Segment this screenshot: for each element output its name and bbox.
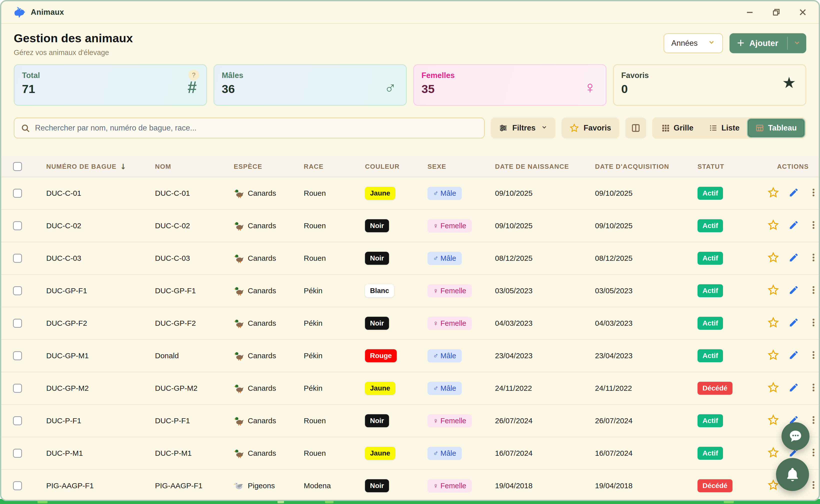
stat-value: 35 xyxy=(421,82,598,96)
column-header-birth[interactable]: Date de naissance xyxy=(483,163,583,171)
species-label: Canards xyxy=(248,221,276,230)
maximize-icon[interactable] xyxy=(771,7,781,17)
kebab-menu-icon xyxy=(809,480,819,490)
star-outline-icon xyxy=(767,447,779,458)
row-menu-button[interactable] xyxy=(809,285,819,297)
chat-fab[interactable] xyxy=(781,422,809,450)
table-row[interactable]: DUC-C-01 DUC-C-01 Canards Rouen Jaune ♂ … xyxy=(1,177,819,210)
row-checkbox[interactable] xyxy=(13,254,22,263)
favorite-star-button[interactable] xyxy=(767,382,779,395)
table-row[interactable]: DUC-GP-M2 DUC-GP-M2 Canards Pékin Jaune … xyxy=(1,372,819,405)
select-all-checkbox[interactable] xyxy=(13,162,22,171)
row-checkbox[interactable] xyxy=(13,481,22,490)
edit-button[interactable] xyxy=(789,382,799,395)
table-row[interactable]: DUC-GP-F1 DUC-GP-F1 Canards Pékin Blanc … xyxy=(1,275,819,307)
row-checkbox[interactable] xyxy=(13,319,22,328)
filters-button[interactable]: Filtres xyxy=(491,117,555,139)
table-row[interactable]: DUC-GP-F2 DUC-GP-F2 Canards Pékin Noir ♀… xyxy=(1,307,819,340)
columns-layout-button[interactable] xyxy=(625,117,646,139)
grid-icon xyxy=(661,124,670,132)
kebab-menu-icon xyxy=(809,383,819,393)
add-button[interactable]: + Ajouter xyxy=(729,33,806,53)
column-header-name[interactable]: Nom xyxy=(143,163,221,171)
minimize-icon[interactable] xyxy=(745,7,755,17)
row-checkbox[interactable] xyxy=(13,351,22,360)
animal-name: DUC-GP-F1 xyxy=(143,287,221,295)
year-filter-select[interactable]: Années xyxy=(663,33,723,53)
species-icon-slot xyxy=(234,383,244,393)
favorite-star-button[interactable] xyxy=(767,349,779,363)
race-label: Rouen xyxy=(291,254,353,263)
table-row[interactable]: DUC-P-M1 DUC-P-M1 Canards Rouen Jaune ♂ … xyxy=(1,437,819,470)
favorite-star-button[interactable] xyxy=(767,447,779,460)
search-input[interactable] xyxy=(14,117,485,139)
column-header-acquisition[interactable]: Date d'acquisition xyxy=(583,163,685,171)
row-menu-button[interactable] xyxy=(809,253,819,264)
edit-button[interactable] xyxy=(789,187,799,199)
species-label: Canards xyxy=(248,351,276,360)
edit-button[interactable] xyxy=(789,252,799,265)
ring-number: DUC-GP-M1 xyxy=(34,351,143,360)
status-chip: Actif xyxy=(697,219,723,232)
page-subtitle: Gérez vos animaux d'élevage xyxy=(14,49,133,57)
stat-label: Femelles xyxy=(421,71,598,80)
view-grid-button[interactable]: Grille xyxy=(654,119,701,137)
column-header-ring[interactable]: Numéro de bague ↓ xyxy=(34,162,143,171)
pencil-icon xyxy=(789,220,799,230)
row-checkbox[interactable] xyxy=(13,384,22,393)
column-header-color[interactable]: Couleur xyxy=(353,163,415,171)
row-checkbox[interactable] xyxy=(13,416,22,425)
birth-date: 08/12/2025 xyxy=(483,254,583,263)
column-header-sex[interactable]: Sexe xyxy=(415,163,483,171)
row-checkbox[interactable] xyxy=(13,286,22,295)
row-menu-button[interactable] xyxy=(809,447,819,459)
edit-button[interactable] xyxy=(789,317,799,329)
row-menu-button[interactable] xyxy=(809,383,819,394)
close-icon[interactable] xyxy=(798,7,808,17)
row-checkbox[interactable] xyxy=(13,189,22,198)
favorite-star-button[interactable] xyxy=(767,317,779,330)
ring-number: PIG-AAGP-F1 xyxy=(34,481,143,490)
column-header-status[interactable]: Statut xyxy=(685,163,767,171)
table-row[interactable]: DUC-P-F1 DUC-P-F1 Canards Rouen Noir ♀ F… xyxy=(1,405,819,437)
color-chip: Jaune xyxy=(365,187,395,200)
animal-name: DUC-C-03 xyxy=(143,254,221,263)
table-row[interactable]: DUC-C-02 DUC-C-02 Canards Rouen Noir ♀ F… xyxy=(1,210,819,242)
star-outline-icon xyxy=(569,123,579,133)
table-body: DUC-C-01 DUC-C-01 Canards Rouen Jaune ♂ … xyxy=(1,177,819,501)
view-list-button[interactable]: Liste xyxy=(702,119,747,137)
table-row[interactable]: DUC-GP-M1 Donald Canards Pékin Rouge ♂ M… xyxy=(1,340,819,372)
edit-button[interactable] xyxy=(789,220,799,232)
favorite-star-button[interactable] xyxy=(767,414,779,427)
row-menu-button[interactable] xyxy=(809,187,819,199)
titlebar: Animaux xyxy=(1,1,819,24)
row-menu-button[interactable] xyxy=(809,220,819,232)
row-menu-button[interactable] xyxy=(809,415,819,427)
pencil-icon xyxy=(789,382,799,393)
add-dropdown-caret[interactable] xyxy=(788,39,806,47)
column-header-race[interactable]: Race xyxy=(291,163,353,171)
row-menu-button[interactable] xyxy=(809,480,819,492)
row-menu-button[interactable] xyxy=(809,350,819,362)
notifications-fab[interactable] xyxy=(776,458,809,491)
species-icon-slot xyxy=(234,351,244,361)
star-outline-icon xyxy=(767,252,779,263)
view-table-button[interactable]: Tableau xyxy=(748,119,804,137)
row-checkbox[interactable] xyxy=(13,449,22,458)
favorites-button[interactable]: Favoris xyxy=(561,117,619,139)
edit-button[interactable] xyxy=(789,285,799,297)
favorite-star-button[interactable] xyxy=(767,187,779,200)
table-row[interactable]: PIG-AAGP-F1 PIG-AAGP-F1 Pigeons Modena N… xyxy=(1,470,819,501)
status-chip: Actif xyxy=(697,349,723,362)
favorite-star-button[interactable] xyxy=(767,252,779,265)
species-icon-slot xyxy=(234,416,244,426)
color-chip: Noir xyxy=(365,479,389,492)
table-row[interactable]: DUC-C-03 DUC-C-03 Canards Rouen Noir ♂ M… xyxy=(1,242,819,275)
color-chip: Rouge xyxy=(365,349,397,362)
favorite-star-button[interactable] xyxy=(767,219,779,233)
favorite-star-button[interactable] xyxy=(767,284,779,297)
edit-button[interactable] xyxy=(789,350,799,362)
row-menu-button[interactable] xyxy=(809,317,819,329)
column-header-species[interactable]: Espèce xyxy=(221,163,291,171)
row-checkbox[interactable] xyxy=(13,221,22,230)
